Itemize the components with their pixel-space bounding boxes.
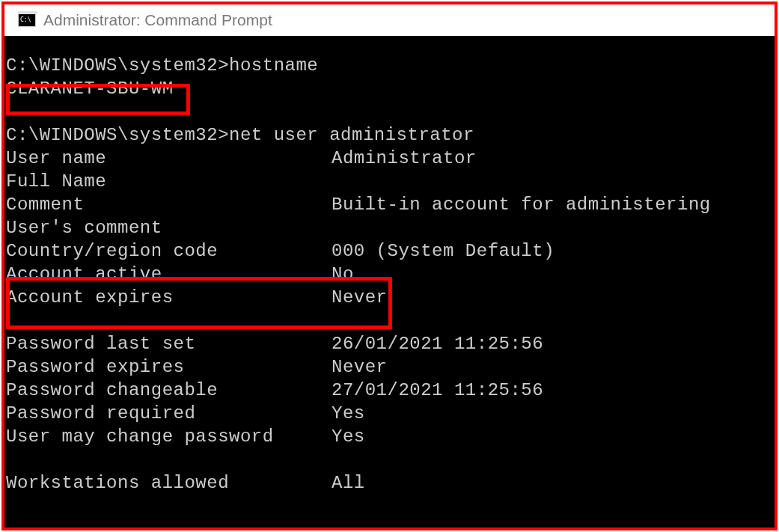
row-password-required: Password requiredYes <box>6 403 365 424</box>
row-password-changeable: Password changeable27/01/2021 11:25:56 <box>6 380 543 400</box>
row-password-last-set: Password last set26/01/2021 11:25:56 <box>6 334 543 354</box>
row-comment: CommentBuilt-in account for administerin… <box>6 195 711 215</box>
row-account-expires: Account expiresNever <box>6 287 388 308</box>
row-account-active: Account activeNo <box>6 264 354 284</box>
window-frame: Administrator: Command Prompt C:\WINDOWS… <box>1 1 778 531</box>
terminal-output[interactable]: C:\WINDOWS\system32>hostname CLARANET-SB… <box>4 36 775 528</box>
row-country-code: Country/region code000 (System Default) <box>6 241 555 261</box>
row-workstations-allowed: Workstations allowedAll <box>6 473 365 493</box>
cmd-prompt-icon <box>18 13 36 27</box>
hostname-output: CLARANET-SBU-WM <box>6 79 174 99</box>
prompt-line-1: C:\WINDOWS\system32>hostname <box>6 55 318 76</box>
row-user-may-change: User may change passwordYes <box>6 426 365 447</box>
row-password-expires: Password expiresNever <box>6 357 388 377</box>
window-title: Administrator: Command Prompt <box>43 11 272 29</box>
row-users-comment: User's comment <box>6 218 332 238</box>
row-user-name: User nameAdministrator <box>6 148 477 168</box>
row-full-name: Full Name <box>6 171 332 192</box>
prompt-line-2: C:\WINDOWS\system32>net user administrat… <box>6 125 474 145</box>
titlebar[interactable]: Administrator: Command Prompt <box>4 4 775 36</box>
